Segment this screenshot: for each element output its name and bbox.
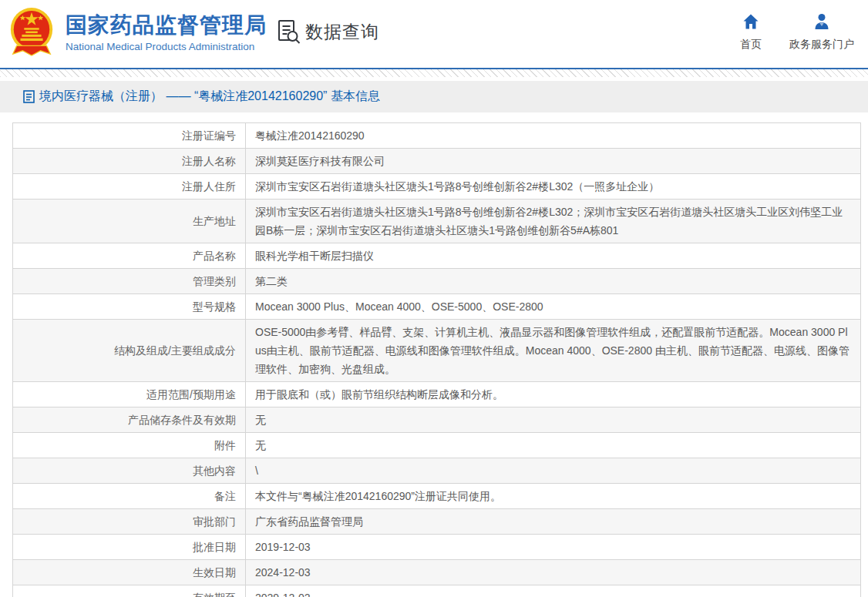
table-row: 审批部门广东省药品监督管理局 xyxy=(13,509,861,535)
nav-portal-label: 政务服务门户 xyxy=(789,38,854,52)
row-value: 粤械注准20142160290 xyxy=(246,123,861,149)
row-value: 用于眼底和（或）眼前节组织结构断层成像和分析。 xyxy=(246,382,861,408)
row-label: 注册人名称 xyxy=(13,149,246,174)
row-label: 产品储存条件及有效期 xyxy=(13,408,246,433)
logo-text: 国家药品监督管理局 National Medical Products Admi… xyxy=(66,13,267,52)
breadcrumb-bar: 境内医疗器械（注册） —— “粤械注准20142160290” 基本信息 xyxy=(0,81,868,112)
page-title: 境内医疗器械（注册） —— “粤械注准20142160290” 基本信息 xyxy=(39,89,380,105)
row-label: 有效期至 xyxy=(13,585,246,597)
table-row: 生产地址深圳市宝安区石岩街道塘头社区塘头1号路8号创维创新谷2#楼L302；深圳… xyxy=(13,200,861,243)
nav-item-home[interactable]: 首页 xyxy=(740,12,762,52)
table-row: 产品名称眼科光学相干断层扫描仪 xyxy=(13,243,861,269)
row-label: 生产地址 xyxy=(13,200,246,243)
national-emblem-icon xyxy=(8,7,56,58)
row-label: 结构及组成/主要组成成分 xyxy=(13,320,246,382)
row-label: 注册证编号 xyxy=(13,123,246,149)
site-header: 国家药品监督管理局 National Medical Products Admi… xyxy=(0,0,868,68)
info-table-body: 注册证编号粤械注准20142160290注册人名称深圳莫廷医疗科技有限公司注册人… xyxy=(13,123,861,597)
row-value: 深圳市宝安区石岩街道塘头社区塘头1号路8号创维创新谷2#楼L302；深圳市宝安区… xyxy=(246,200,861,243)
row-label: 审批部门 xyxy=(13,509,246,535)
table-row: 注册人名称深圳莫廷医疗科技有限公司 xyxy=(13,149,861,174)
row-label: 批准日期 xyxy=(13,535,246,560)
row-value: 广东省药品监督管理局 xyxy=(246,509,861,535)
table-row: 备注本文件与“粤械注准20142160290”注册证共同使用。 xyxy=(13,484,861,509)
row-value: OSE-5000由参考臂、样品臂、支架、计算机主机、液晶显示器和图像管理软件组成… xyxy=(246,320,861,382)
top-nav: 首页 政务服务门户 xyxy=(740,12,854,52)
table-row: 注册人住所深圳市宝安区石岩街道塘头社区塘头1号路8号创维创新谷2#楼L302（一… xyxy=(13,174,861,200)
table-row: 有效期至2029-12-02 xyxy=(13,585,861,597)
document-icon xyxy=(23,90,35,103)
data-query-section[interactable]: 数据查询 xyxy=(278,19,379,44)
page: 国家药品监督管理局 National Medical Products Admi… xyxy=(0,0,868,597)
nav-item-portal[interactable]: 政务服务门户 xyxy=(789,12,854,52)
row-label: 其他内容 xyxy=(13,458,246,484)
nav-home-label: 首页 xyxy=(740,38,762,52)
table-row: 适用范围/预期用途用于眼底和（或）眼前节组织结构断层成像和分析。 xyxy=(13,382,861,408)
row-value: 2019-12-03 xyxy=(246,535,861,560)
row-label: 注册人住所 xyxy=(13,174,246,200)
row-value: 深圳莫廷医疗科技有限公司 xyxy=(246,149,861,174)
row-value: 2029-12-02 xyxy=(246,585,861,597)
hatch-band xyxy=(0,69,868,77)
table-row: 批准日期2019-12-03 xyxy=(13,535,861,560)
table-row: 生效日期2024-12-03 xyxy=(13,560,861,585)
row-label: 管理类别 xyxy=(13,269,246,294)
nmpa-logo[interactable]: 国家药品监督管理局 National Medical Products Admi… xyxy=(8,7,267,58)
row-value: 无 xyxy=(246,433,861,458)
table-row: 其他内容\ xyxy=(13,458,861,484)
row-value: 无 xyxy=(246,408,861,433)
table-row: 注册证编号粤械注准20142160290 xyxy=(13,123,861,149)
document-search-icon xyxy=(278,19,301,44)
site-title: 国家药品监督管理局 xyxy=(66,13,267,38)
table-row: 结构及组成/主要组成成分OSE-5000由参考臂、样品臂、支架、计算机主机、液晶… xyxy=(13,320,861,382)
table-row: 型号规格Mocean 3000 Plus、Mocean 4000、OSE-500… xyxy=(13,294,861,320)
row-label: 生效日期 xyxy=(13,560,246,585)
table-row: 管理类别第二类 xyxy=(13,269,861,294)
row-label: 适用范围/预期用途 xyxy=(13,382,246,408)
row-label: 型号规格 xyxy=(13,294,246,320)
row-value: \ xyxy=(246,458,861,484)
row-label: 备注 xyxy=(13,484,246,509)
home-icon xyxy=(742,12,760,31)
row-label: 附件 xyxy=(13,433,246,458)
user-icon xyxy=(812,12,831,31)
row-value: 本文件与“粤械注准20142160290”注册证共同使用。 xyxy=(246,484,861,509)
table-row: 产品储存条件及有效期无 xyxy=(13,408,861,433)
row-value: 2024-12-03 xyxy=(246,560,861,585)
row-value: 深圳市宝安区石岩街道塘头社区塘头1号路8号创维创新谷2#楼L302（一照多址企业… xyxy=(246,174,861,200)
site-subtitle: National Medical Products Administration xyxy=(66,41,267,52)
table-row: 附件无 xyxy=(13,433,861,458)
row-label: 产品名称 xyxy=(13,243,246,269)
registration-info-table: 注册证编号粤械注准20142160290注册人名称深圳莫廷医疗科技有限公司注册人… xyxy=(12,122,862,597)
data-query-label: 数据查询 xyxy=(305,20,379,44)
row-value: Mocean 3000 Plus、Mocean 4000、OSE-5000、OS… xyxy=(246,294,861,320)
row-value: 第二类 xyxy=(246,269,861,294)
row-value: 眼科光学相干断层扫描仪 xyxy=(246,243,861,269)
